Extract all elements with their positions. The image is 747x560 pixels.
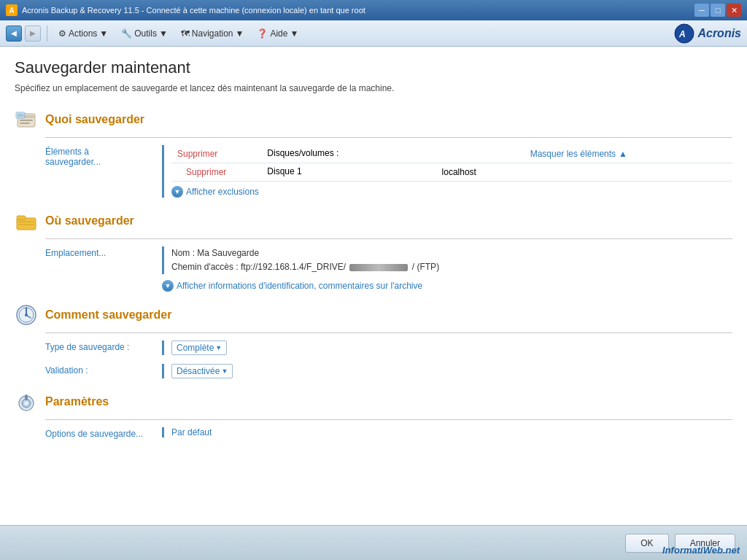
section-what-title: Quoi sauvegarder [45, 113, 732, 126]
chemin-label: Chemin d'accès : [171, 262, 239, 272]
section-params-divider [45, 419, 732, 420]
footer: OK Annuler [0, 525, 747, 560]
type-dropdown-arrow: ▼ [215, 344, 222, 351]
table-row-header: Supprimer Disques/volumes : [171, 145, 732, 163]
delete-button-1[interactable]: Supprimer [177, 149, 217, 159]
show-exclusions-link[interactable]: ▼ Afficher exclusions [171, 186, 732, 198]
disques-volumes-label: Disques/volumes : [267, 148, 338, 158]
type-field-value: Complète ▼ [162, 341, 227, 355]
nom-value: Ma Sauvegarde [197, 248, 259, 258]
section-where-body: Emplacement... Nom : Ma Sauvegarde Chemi… [45, 246, 732, 292]
section-params: Paramètres Options de sauvegarde... Par … [15, 390, 732, 439]
maximize-button[interactable]: □ [711, 4, 725, 17]
disk-icon-1 [250, 148, 267, 158]
nom-label: Nom : [171, 248, 195, 258]
params-icon [15, 390, 38, 413]
expand-credentials-icon: ▼ [162, 280, 174, 292]
window-controls[interactable]: ─ □ ✕ [694, 4, 741, 17]
section-what-body: Éléments à sauvegarder... Supprimer [45, 145, 732, 198]
tools-arrow: ▼ [159, 28, 168, 39]
help-menu[interactable]: ❓ Aide ▼ [252, 26, 303, 42]
section-where-title: Où sauvegarder [45, 214, 732, 228]
tools-menu[interactable]: 🔧 Outils ▼ [116, 26, 173, 42]
what-field-label[interactable]: Éléments à sauvegarder... [45, 145, 162, 167]
svg-rect-17 [18, 221, 34, 222]
actions-arrow: ▼ [99, 28, 108, 39]
menu-separator-1 [47, 26, 47, 42]
app-icon: A [6, 4, 18, 16]
section-how-divider [45, 332, 732, 333]
where-icon [15, 209, 38, 233]
table-row-disk1: Supprimer Disque 1 [171, 163, 732, 182]
section-where-divider [45, 238, 732, 239]
type-field-label: Type de sauvegarde : [45, 341, 162, 352]
section-where-header: Où sauvegarder [15, 209, 732, 233]
how-icon [15, 303, 38, 327]
actions-label: Actions [69, 28, 97, 39]
validation-dropdown-arrow: ▼ [221, 368, 228, 375]
navigation-icon: 🗺 [181, 28, 190, 39]
section-what-divider [45, 137, 732, 138]
options-field-label[interactable]: Options de sauvegarde... [45, 427, 162, 439]
navigation-label: Navigation [192, 28, 233, 39]
disk-name: Disque 1 [267, 166, 301, 176]
help-arrow: ▼ [290, 28, 298, 39]
forward-button[interactable]: ► [25, 26, 41, 42]
page-title: Sauvegarder maintenant [15, 58, 732, 77]
what-field-value: Supprimer Disques/volumes : [162, 145, 732, 198]
where-field-row: Emplacement... Nom : Ma Sauvegarde Chemi… [45, 246, 732, 274]
default-value[interactable]: Par défaut [171, 427, 212, 438]
svg-text:A: A [678, 29, 686, 39]
type-dropdown[interactable]: Complète ▼ [171, 341, 227, 355]
svg-rect-6 [20, 120, 33, 121]
svg-rect-26 [25, 394, 28, 400]
section-params-body: Options de sauvegarde... Par défaut [45, 427, 732, 439]
validation-field-row: Validation : Désactivée ▼ [45, 364, 732, 378]
svg-point-23 [25, 314, 28, 316]
help-icon: ❓ [257, 28, 268, 39]
acronis-text: Acronis [697, 27, 741, 40]
actions-menu[interactable]: ⚙ Actions ▼ [53, 26, 113, 42]
disk-icon-2 [250, 166, 267, 176]
what-icon [15, 108, 38, 131]
title-bar-left: A Acronis Backup & Recovery 11.5 - Conne… [6, 4, 365, 16]
chemin-value: ftp://192.168.1.4/F_DRIVE/ [241, 262, 346, 272]
minimize-button[interactable]: ─ [694, 4, 709, 17]
section-params-title: Paramètres [45, 395, 732, 408]
what-field-row: Éléments à sauvegarder... Supprimer [45, 145, 732, 198]
items-table: Supprimer Disques/volumes : [171, 145, 732, 182]
section-how: Comment sauvegarder Type de sauvegarde :… [15, 303, 732, 378]
options-field-row: Options de sauvegarde... Par défaut [45, 427, 732, 439]
options-field-value: Par défaut [162, 427, 212, 438]
machine-name: localhost [442, 167, 476, 177]
actions-icon: ⚙ [58, 28, 66, 39]
svg-rect-8 [16, 112, 25, 118]
menu-bar: ◄ ► ⚙ Actions ▼ 🔧 Outils ▼ 🗺 Navigation … [0, 20, 747, 47]
validation-dropdown[interactable]: Désactivée ▼ [171, 364, 233, 378]
type-field-row: Type de sauvegarde : Complète ▼ [45, 341, 732, 355]
where-field-value: Nom : Ma Sauvegarde Chemin d'accès : ftp… [162, 246, 732, 274]
delete-button-2[interactable]: Supprimer [186, 167, 226, 177]
section-where: Où sauvegarder Emplacement... Nom : Ma S… [15, 209, 732, 292]
validation-field-value: Désactivée ▼ [162, 364, 233, 378]
section-how-title: Comment sauvegarder [45, 308, 732, 322]
acronis-logo: A Acronis [674, 23, 741, 44]
svg-rect-7 [20, 122, 30, 124]
chemin-suffix: / (FTP) [412, 262, 439, 272]
watermark: InformatiWeb.net [662, 545, 740, 556]
section-what: Quoi sauvegarder Éléments à sauvegarder.… [15, 108, 732, 198]
close-button[interactable]: ✕ [727, 4, 741, 17]
title-bar: A Acronis Backup & Recovery 11.5 - Conne… [0, 0, 747, 20]
show-credentials-link[interactable]: ▼ Afficher informations d'identification… [162, 280, 732, 292]
section-params-header: Paramètres [15, 390, 732, 413]
path-hidden [349, 264, 408, 271]
location-info: Nom : Ma Sauvegarde [171, 246, 732, 260]
acronis-logo-icon: A [674, 23, 694, 44]
where-field-label[interactable]: Emplacement... [45, 246, 162, 258]
back-button[interactable]: ◄ [6, 26, 22, 42]
navigation-menu[interactable]: 🗺 Navigation ▼ [176, 26, 249, 42]
section-how-body: Type de sauvegarde : Complète ▼ Validati… [45, 341, 732, 378]
hide-items-link[interactable]: Masquer les éléments ▲ [530, 149, 727, 159]
location-path: Chemin d'accès : ftp://192.168.1.4/F_DRI… [171, 260, 732, 274]
tools-icon: 🔧 [121, 28, 132, 39]
